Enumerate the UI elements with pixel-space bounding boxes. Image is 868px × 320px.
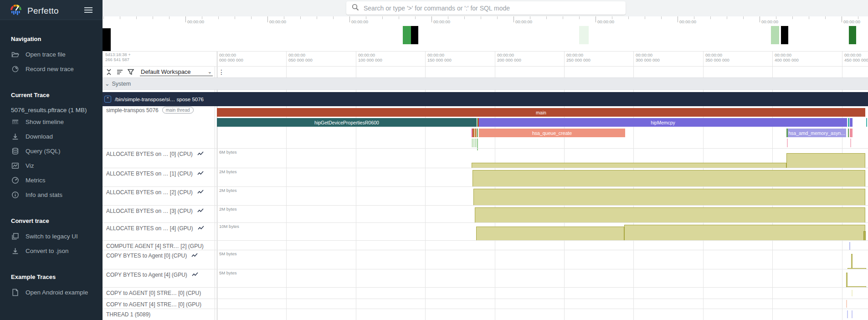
track-label[interactable]: THREAD 1 (5089): [106, 311, 150, 318]
slice-fragment[interactable]: [475, 129, 477, 137]
slice-fragment[interactable]: [787, 139, 788, 147]
collapse-all-icon[interactable]: [105, 68, 113, 76]
track-label[interactable]: ALLOCATE BYTES on … [1] (CPU): [106, 170, 204, 177]
overview-slice-block[interactable]: [403, 26, 411, 44]
perfetto-logo[interactable]: Perfetto: [10, 4, 59, 18]
slice-hipgetdevicepropertiesr0600[interactable]: hipGetDevicePropertiesR0600: [217, 118, 477, 127]
file-icon: [11, 288, 19, 296]
sidebar-item-info-and-stats[interactable]: Info and stats: [0, 187, 103, 202]
counter-fill[interactable]: [473, 189, 865, 205]
slice-fragment[interactable]: [472, 139, 474, 147]
counter-fill[interactable]: [475, 207, 865, 222]
overview-minor-tick: [136, 16, 137, 19]
overview-slice-block[interactable]: [771, 26, 779, 44]
workspace-menu-icon[interactable]: ⋮: [216, 68, 226, 76]
menu-icon[interactable]: [84, 6, 92, 14]
track-label[interactable]: ALLOCATE BYTES on … [0] (CPU): [106, 151, 204, 157]
track-label[interactable]: COPY BYTES to Agent [4] (GPU): [106, 272, 198, 278]
overview-minor-tick: [825, 16, 826, 19]
group-row-system[interactable]: ⌄ System: [103, 77, 868, 90]
workspace-selector[interactable]: Default Workspace ⌄: [140, 68, 213, 76]
sidebar-item-open-trace-file[interactable]: Open trace file: [0, 47, 103, 62]
counter-tick[interactable]: [849, 242, 850, 250]
search-box[interactable]: [346, 1, 626, 15]
sidebar-header: Perfetto: [0, 0, 103, 20]
counter-fill[interactable]: [863, 231, 866, 240]
gauge-icon: [11, 176, 19, 184]
sidebar-item-open-android-example[interactable]: Open Android example: [0, 285, 103, 299]
track-label[interactable]: ALLOCATE BYTES on … [2] (CPU): [106, 189, 204, 196]
counter-fill[interactable]: [846, 273, 847, 287]
counter-fill[interactable]: [472, 163, 786, 168]
slice-fragment[interactable]: [477, 139, 478, 150]
filter-icon[interactable]: [127, 68, 134, 76]
thread-track-shell[interactable]: simple-transpos 5076 main thread: [106, 107, 194, 114]
track-label[interactable]: COPY BYTES to Agent [0] (CPU): [106, 253, 198, 259]
slice-hsa-queue-create[interactable]: hsa_queue_create: [479, 129, 625, 137]
overview-slice-block[interactable]: [411, 26, 418, 44]
counter-fill[interactable]: [851, 254, 853, 269]
overview-viewport-indicator[interactable]: [103, 28, 111, 51]
counter-tick[interactable]: [852, 310, 853, 318]
counter-fill[interactable]: [473, 170, 865, 186]
slice-fragment[interactable]: [848, 118, 849, 127]
sidebar-item-metrics[interactable]: Metrics: [0, 173, 103, 187]
collapse-process-button[interactable]: ⌃: [104, 96, 111, 103]
timeline-panel: 00:00:0000:00:0000:00:0000:00:0000:00:00…: [103, 16, 868, 320]
slice-fragment[interactable]: [477, 129, 478, 137]
slice-fragment[interactable]: [850, 129, 853, 137]
slice-fragment[interactable]: [473, 129, 474, 137]
overview-tick-label: 00:00:00: [433, 19, 450, 24]
overview-major-tick: [596, 16, 596, 22]
track-separator: [103, 205, 868, 206]
counter-max-value: 5M bytes: [219, 270, 237, 275]
overview-minor-tick: [218, 16, 219, 19]
process-name: /bin/simple-transpose/si… spose 5076: [115, 97, 204, 102]
sidebar-item-switch-to-legacy-ui[interactable]: Switch to legacy UI: [0, 229, 103, 243]
counter-fill[interactable]: [476, 227, 624, 240]
overview-minor-tick: [645, 16, 645, 19]
process-track-header[interactable]: ⌃ /bin/simple-transpose/si… spose 5076: [103, 92, 868, 106]
counter-tick[interactable]: [846, 300, 847, 308]
sort-tracks-icon[interactable]: [116, 68, 123, 76]
overview-slice-block[interactable]: [781, 26, 788, 44]
track-label[interactable]: COMPUTE AGENT [4] STR… [2] (GPU): [106, 243, 204, 249]
sidebar-item-record-new-trace[interactable]: Record new trace: [0, 62, 103, 76]
counter-tick[interactable]: [847, 310, 848, 318]
search-input[interactable]: [364, 5, 620, 12]
sidebar-item-label: Download: [26, 133, 53, 140]
slice-hsa-amd-memory-asyn-[interactable]: hsa_amd_memory_asyn…: [788, 129, 846, 137]
slice-main[interactable]: main: [217, 108, 865, 117]
slice-hipmemcpy[interactable]: hipMemcpy: [479, 118, 847, 127]
ruler-time-label: 00:00:00300 000 000: [636, 52, 660, 62]
record-icon: [11, 65, 19, 73]
track-label[interactable]: COPY to AGENT [4] STRE… [0] (GPU): [106, 301, 201, 308]
sidebar-item-query-sql-[interactable]: Query (SQL): [0, 144, 103, 158]
counter-max-value: 2M bytes: [219, 206, 237, 212]
sidebar-item-show-timeline[interactable]: Show timeline: [0, 114, 103, 129]
counter-fill[interactable]: [624, 225, 865, 240]
overview-major-tick: [431, 16, 432, 22]
slice-fragment[interactable]: [474, 139, 477, 147]
counter-tick[interactable]: [852, 290, 853, 296]
overview-tick-label: 00:00:00: [843, 19, 860, 24]
sidebar-item-download[interactable]: Download: [0, 129, 103, 144]
overview-slice-block[interactable]: [849, 26, 856, 44]
overview-minor-tick: [415, 16, 416, 19]
overview-minor-tick: [481, 16, 481, 19]
slice-fragment[interactable]: [866, 118, 867, 127]
track-label[interactable]: ALLOCATE BYTES on … [4] (GPU): [106, 225, 204, 232]
overview-slice-block[interactable]: [579, 26, 589, 44]
track-label[interactable]: COPY to AGENT [0] STRE… [0] (CPU): [106, 290, 201, 296]
sidebar-item-convert-to-json[interactable]: Convert to .json: [0, 243, 103, 258]
workspace-controls: Default Workspace ⌄ ⋮: [103, 67, 226, 77]
track-label[interactable]: ALLOCATE BYTES on … [3] (CPU): [106, 208, 204, 214]
slice-fragment[interactable]: [850, 139, 851, 147]
slice-fragment[interactable]: [848, 129, 849, 137]
counter-fill[interactable]: [786, 153, 865, 168]
sidebar-item-viz[interactable]: Viz: [0, 158, 103, 173]
slice-fragment[interactable]: [850, 118, 853, 127]
track-separator: [103, 168, 868, 168]
topbar: [103, 0, 868, 16]
ruler-time-label: 00:00:00150 000 000: [427, 52, 452, 62]
